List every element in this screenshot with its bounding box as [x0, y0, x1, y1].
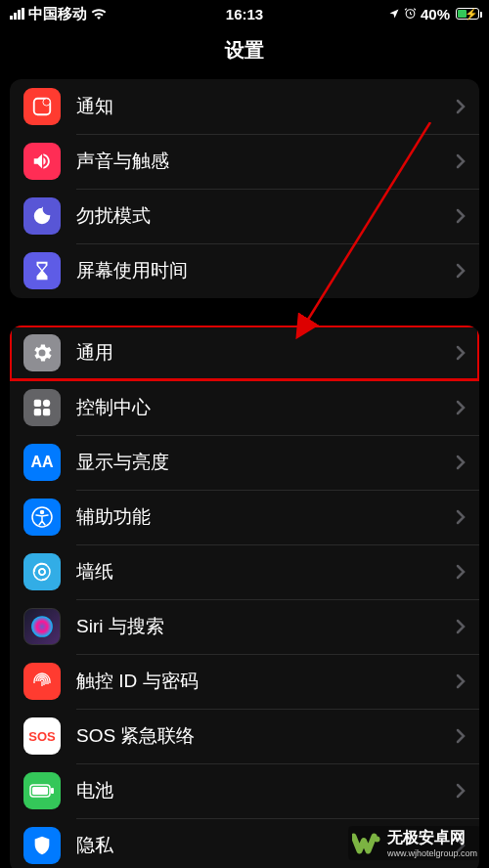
page-title: 设置	[0, 27, 489, 79]
signal-icon	[10, 8, 24, 20]
settings-item-label: 显示与亮度	[76, 450, 456, 475]
settings-item-label: Siri 与搜索	[76, 614, 456, 639]
settings-item-label: 屏幕使用时间	[76, 258, 456, 283]
status-bar: 中国移动 16:13 40% ⚡	[0, 0, 489, 27]
watermark-url: www.wjhotelgroup.com	[387, 848, 477, 858]
settings-item-screentime[interactable]: 屏幕使用时间	[10, 243, 479, 298]
battery-item-icon	[23, 772, 61, 809]
location-icon	[388, 6, 400, 22]
controlcenter-icon	[23, 389, 61, 426]
sos-icon: SOS	[23, 717, 61, 755]
svg-point-11	[31, 616, 53, 637]
privacy-icon	[23, 827, 61, 864]
settings-item-sos[interactable]: SOS SOS 紧急联络	[10, 709, 479, 763]
chevron-right-icon	[456, 153, 466, 169]
settings-item-label: 控制中心	[76, 395, 456, 420]
wifi-icon	[91, 6, 107, 22]
chevron-right-icon	[456, 564, 466, 580]
battery-percent: 40%	[421, 6, 450, 22]
settings-item-label: 勿扰模式	[76, 203, 456, 229]
chevron-right-icon	[456, 99, 466, 114]
settings-item-wallpaper[interactable]: 墙纸	[10, 544, 479, 599]
svg-rect-6	[43, 409, 50, 415]
carrier-label: 中国移动	[28, 5, 87, 23]
screentime-icon	[23, 252, 61, 289]
settings-item-label: 墙纸	[76, 559, 456, 585]
settings-item-accessibility[interactable]: 辅助功能	[10, 490, 479, 544]
settings-group-2: 通用 控制中心 AA 显示与亮度 辅助功能 墙纸 Siri 与搜索	[10, 326, 479, 868]
chevron-right-icon	[456, 509, 466, 525]
watermark-title: 无极安卓网	[387, 829, 466, 846]
settings-item-controlcenter[interactable]: 控制中心	[10, 380, 479, 435]
chevron-right-icon	[456, 263, 466, 279]
svg-point-8	[41, 511, 44, 514]
battery-icon: ⚡	[454, 8, 479, 20]
settings-item-siri[interactable]: Siri 与搜索	[10, 599, 479, 654]
svg-rect-5	[34, 409, 41, 415]
settings-item-general[interactable]: 通用	[10, 326, 479, 380]
settings-item-display[interactable]: AA 显示与亮度	[10, 435, 479, 490]
chevron-right-icon	[456, 400, 466, 415]
settings-item-label: 触控 ID 与密码	[76, 669, 456, 694]
chevron-right-icon	[456, 345, 466, 361]
settings-item-dnd[interactable]: 勿扰模式	[10, 189, 479, 243]
settings-item-label: SOS 紧急联络	[76, 723, 456, 749]
watermark: 无极安卓网 www.wjhotelgroup.com	[348, 826, 481, 860]
notifications-icon	[23, 88, 61, 125]
settings-item-label: 声音与触感	[76, 149, 456, 174]
sounds-icon	[23, 143, 61, 180]
status-left: 中国移动	[10, 5, 107, 23]
chevron-right-icon	[456, 783, 466, 799]
siri-icon	[23, 608, 61, 645]
settings-group-1: 通知 声音与触感 勿扰模式 屏幕使用时间	[10, 79, 479, 298]
chevron-right-icon	[456, 208, 466, 224]
svg-rect-14	[51, 788, 54, 794]
svg-rect-13	[32, 787, 48, 795]
chevron-right-icon	[456, 455, 466, 470]
svg-point-16	[374, 836, 379, 842]
wallpaper-icon	[23, 553, 61, 590]
settings-item-label: 电池	[76, 778, 456, 803]
svg-rect-4	[43, 400, 50, 407]
svg-point-10	[38, 568, 46, 576]
display-icon: AA	[23, 444, 61, 481]
accessibility-icon	[23, 499, 61, 536]
general-icon	[23, 334, 61, 371]
touchid-icon	[23, 663, 61, 700]
settings-item-label: 通用	[76, 340, 456, 366]
chevron-right-icon	[456, 619, 466, 634]
svg-point-2	[43, 99, 50, 106]
alarm-icon	[404, 6, 417, 22]
svg-rect-3	[34, 400, 41, 407]
settings-item-battery[interactable]: 电池	[10, 763, 479, 818]
chevron-right-icon	[456, 673, 466, 689]
settings-item-notifications[interactable]: 通知	[10, 79, 479, 134]
watermark-logo-icon	[352, 833, 381, 854]
status-right: 40% ⚡	[388, 6, 479, 22]
settings-item-label: 通知	[76, 94, 456, 119]
settings-item-label: 辅助功能	[76, 504, 456, 530]
dnd-icon	[23, 197, 61, 235]
settings-item-sounds[interactable]: 声音与触感	[10, 134, 479, 189]
chevron-right-icon	[456, 728, 466, 744]
settings-item-touchid[interactable]: 触控 ID 与密码	[10, 654, 479, 709]
